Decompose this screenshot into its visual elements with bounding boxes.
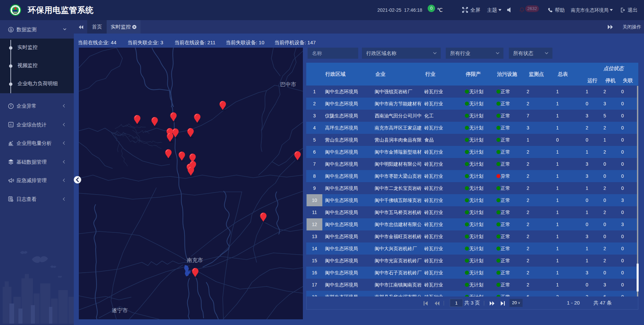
svg-text:南充市: 南充市 [187, 257, 203, 263]
svg-text:巴中市: 巴中市 [280, 82, 296, 87]
svg-text:遂宁市: 遂宁市 [112, 308, 128, 313]
